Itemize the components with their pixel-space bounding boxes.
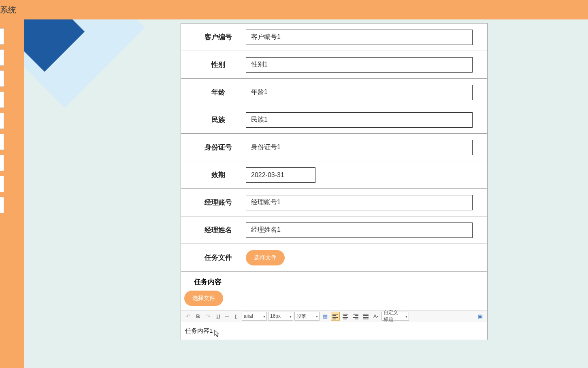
sidebar-item[interactable] xyxy=(0,71,4,87)
input-customer-id[interactable] xyxy=(246,30,473,45)
label-task-file: 任务文件 xyxy=(194,253,243,262)
sidebar-item[interactable] xyxy=(0,92,4,108)
app-title: 系统 xyxy=(0,4,16,15)
underline-icon[interactable]: U xyxy=(214,312,223,321)
sidebar xyxy=(0,28,4,218)
font-family-select[interactable]: arial xyxy=(242,312,267,321)
editor-toolbar: ↶ B ↷ U ▯ arial 16px 段落 ▦ A▾ 自定义标题 xyxy=(181,310,487,322)
label-expiry: 效期 xyxy=(194,170,243,180)
app-header: 系统 xyxy=(0,0,588,19)
separator-icon xyxy=(225,316,229,317)
align-left-icon[interactable] xyxy=(331,312,340,321)
row-task-content: 任务内容 选择文件 ↶ B ↷ U ▯ arial 16px 段落 ▦ xyxy=(181,272,487,340)
row-gender: 性别 xyxy=(181,51,487,79)
input-manager-account[interactable] xyxy=(246,195,473,210)
fullscreen-icon[interactable]: ▣ xyxy=(476,312,485,321)
row-id-number: 身份证号 xyxy=(181,134,487,161)
row-customer-id: 客户编号 xyxy=(181,24,487,51)
editor-body[interactable]: 任务内容1 xyxy=(181,322,487,340)
input-gender[interactable] xyxy=(246,57,473,73)
undo-icon[interactable]: ↶ xyxy=(183,312,192,321)
sidebar-item[interactable] xyxy=(0,176,4,192)
sidebar-item[interactable] xyxy=(0,28,4,45)
sidebar-item[interactable] xyxy=(0,197,4,213)
input-ethnicity[interactable] xyxy=(246,112,473,128)
bold-icon[interactable]: B xyxy=(194,312,202,321)
document-icon[interactable]: ▯ xyxy=(232,312,241,321)
custom-title-select[interactable]: 自定义标题 xyxy=(381,312,409,321)
paragraph-select[interactable]: 段落 xyxy=(294,312,320,321)
sidebar-item[interactable] xyxy=(0,113,4,129)
row-age: 年龄 xyxy=(181,79,487,106)
row-expiry: 效期 xyxy=(181,161,487,189)
input-manager-name[interactable] xyxy=(246,223,473,238)
row-manager-name: 经理姓名 xyxy=(181,216,487,244)
font-color-icon[interactable]: A▾ xyxy=(371,312,380,321)
label-task-content: 任务内容 xyxy=(194,278,222,286)
label-manager-account: 经理账号 xyxy=(194,198,243,207)
row-ethnicity: 民族 xyxy=(181,106,487,134)
input-id-number[interactable] xyxy=(246,140,473,155)
align-right-icon[interactable] xyxy=(351,312,360,321)
content-upload-button[interactable]: 选择文件 xyxy=(184,291,223,306)
align-center-icon[interactable] xyxy=(341,312,350,321)
label-ethnicity: 民族 xyxy=(194,115,243,124)
file-upload-button[interactable]: 选择文件 xyxy=(246,250,285,265)
input-expiry[interactable] xyxy=(246,167,315,183)
redo-icon[interactable]: ↷ xyxy=(204,312,213,321)
label-gender: 性别 xyxy=(194,60,243,69)
label-customer-id: 客户编号 xyxy=(194,32,243,42)
label-id-number: 身份证号 xyxy=(194,143,243,152)
align-justify-icon[interactable] xyxy=(361,312,370,321)
sidebar-item[interactable] xyxy=(0,49,4,66)
form-card: 客户编号 性别 年龄 民族 身份证号 效期 经理账号 经理姓名 任务文件 选择文… xyxy=(181,23,488,340)
label-age: 年龄 xyxy=(194,88,243,97)
row-task-file: 任务文件 选择文件 xyxy=(181,244,487,272)
table-icon[interactable]: ▦ xyxy=(321,312,330,321)
row-manager-account: 经理账号 xyxy=(181,189,487,216)
sidebar-item[interactable] xyxy=(0,155,4,171)
label-manager-name: 经理姓名 xyxy=(194,225,243,235)
header-decoration xyxy=(24,19,166,125)
input-age[interactable] xyxy=(246,85,473,100)
font-size-select[interactable]: 16px xyxy=(268,312,293,321)
sidebar-item[interactable] xyxy=(0,134,4,150)
